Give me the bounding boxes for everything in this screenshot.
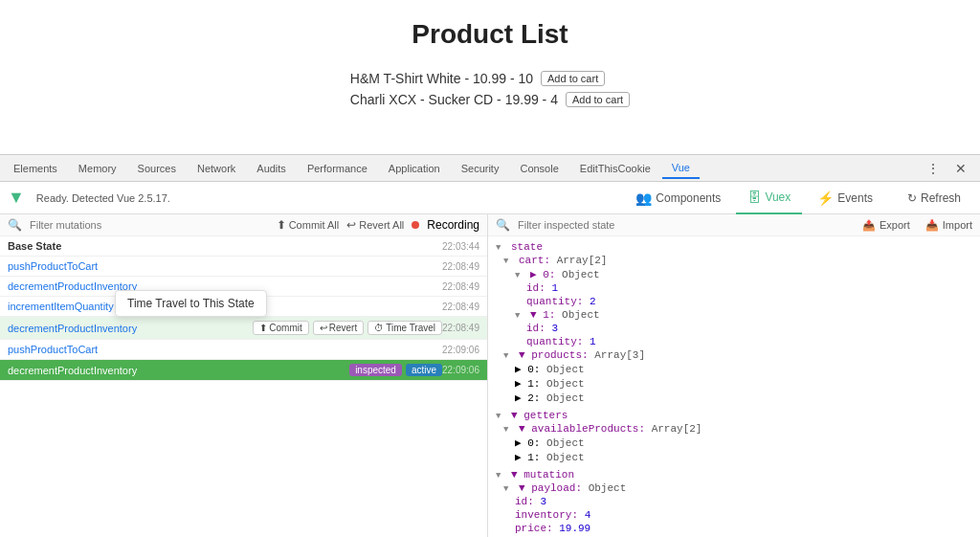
add-to-cart-button-2[interactable]: Add to cart	[566, 92, 630, 107]
list-item: Charli XCX - Sucker CD - 19.99 - 4 Add t…	[350, 92, 630, 107]
page-title: Product List	[19, 19, 961, 50]
product-2-text: Charli XCX - Sucker CD - 19.99 - 4	[350, 92, 558, 107]
product-1-text: H&M T-Shirt White - 10.99 - 10	[350, 71, 533, 86]
add-to-cart-button-1[interactable]: Add to cart	[541, 71, 605, 86]
product-list: H&M T-Shirt White - 10.99 - 10 Add to ca…	[350, 65, 630, 113]
product-list-area: Product List H&M T-Shirt White - 10.99 -…	[0, 0, 980, 132]
list-item: H&M T-Shirt White - 10.99 - 10 Add to ca…	[350, 71, 630, 86]
